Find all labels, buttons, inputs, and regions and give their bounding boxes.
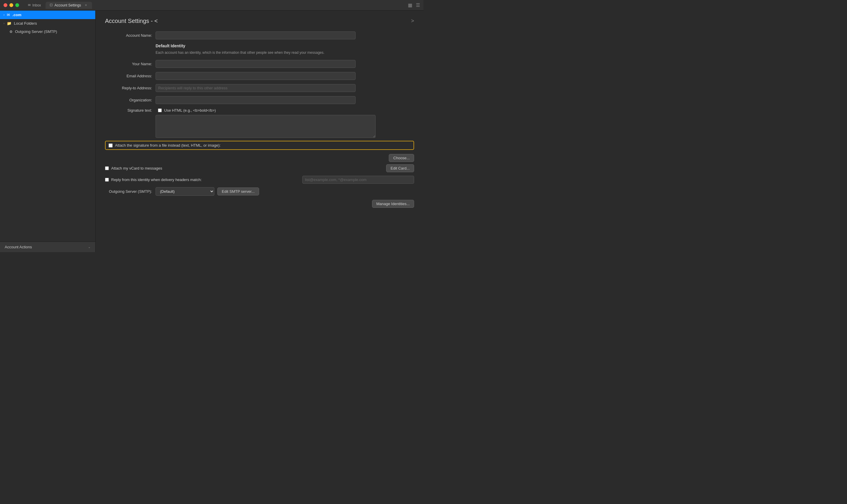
account-name-input[interactable] xyxy=(156,32,356,39)
smtp-icon: ⚙ xyxy=(10,30,13,34)
outgoing-smtp-row: Outgoing Server (SMTP): (Default) Edit S… xyxy=(105,187,414,196)
use-html-checkbox[interactable] xyxy=(158,108,162,112)
nav-right-arrow[interactable]: > xyxy=(411,18,414,24)
close-button[interactable] xyxy=(3,3,7,7)
tab-account-settings-label: Account Settings xyxy=(54,3,81,7)
reply-to-label: Reply-to Address: xyxy=(105,86,152,90)
content-header: Account Settings - < > xyxy=(105,18,414,24)
attach-vcard-label: Attach my vCard to messages xyxy=(111,166,162,170)
reply-to-row: Reply-to Address: xyxy=(105,84,414,92)
attach-signature-row: Attach the signature from a file instead… xyxy=(105,141,414,150)
reply-identity-label: Reply from this identity when delivery h… xyxy=(111,178,202,182)
signature-text-row: Signature text: Use HTML (e.g., <b>bold<… xyxy=(105,108,414,112)
sidebar-item-local-folders[interactable]: › 📁 Local Folders xyxy=(0,19,95,28)
attach-signature-label: Attach the signature from a file instead… xyxy=(115,143,221,147)
account-actions-label: Account Actions xyxy=(5,245,32,249)
sidebar: › ✉ .com › 📁 Local Folders ⚙ Outgoing Se… xyxy=(0,11,96,252)
reply-to-input[interactable] xyxy=(156,84,356,92)
choose-button-row: Choose... xyxy=(105,154,414,162)
menu-icon[interactable]: ☰ xyxy=(416,2,420,8)
calendar-icon[interactable]: ▦ xyxy=(408,2,412,8)
tab-inbox[interactable]: ✉ Inbox xyxy=(24,2,45,9)
titlebar-icons: ▦ ☰ xyxy=(408,2,420,8)
chevron-icon-folders: › xyxy=(3,22,4,25)
use-html-label: Use HTML (e.g., <b>bold</b>) xyxy=(164,108,216,112)
footer-chevron-icon: ⌄ xyxy=(88,245,91,249)
default-identity-section: Default Identity Each account has an ide… xyxy=(156,43,414,55)
tab-inbox-label: Inbox xyxy=(32,3,41,7)
default-identity-desc: Each account has an identity, which is t… xyxy=(156,50,414,55)
organization-row: Organization: xyxy=(105,96,414,104)
inbox-icon: ✉ xyxy=(28,3,31,7)
edit-smtp-button[interactable]: Edit SMTP server... xyxy=(217,187,259,195)
email-address-input[interactable] xyxy=(156,72,356,80)
titlebar: ✉ Inbox ☐ Account Settings ✕ ▦ ☰ xyxy=(0,0,424,11)
manage-identities-button[interactable]: Manage Identities... xyxy=(372,200,414,208)
default-identity-title: Default Identity xyxy=(156,43,414,48)
sidebar-item-outgoing-smtp[interactable]: ⚙ Outgoing Server (SMTP) xyxy=(0,28,95,36)
attach-vcard-checkbox[interactable] xyxy=(105,166,109,170)
email-icon: ✉ xyxy=(7,13,10,17)
email-address-row: Email Address: xyxy=(105,72,414,80)
email-address-label: Email Address: xyxy=(105,74,152,78)
chevron-icon: › xyxy=(3,13,4,16)
page-title: Account Settings - < xyxy=(105,18,158,24)
signature-textarea[interactable] xyxy=(156,115,376,138)
folder-icon: 📁 xyxy=(7,21,12,25)
your-name-input[interactable] xyxy=(156,60,356,68)
your-name-label: Your Name: xyxy=(105,62,152,66)
sidebar-content: › ✉ .com › 📁 Local Folders ⚙ Outgoing Se… xyxy=(0,11,95,241)
reply-identity-row: Reply from this identity when delivery h… xyxy=(105,176,414,184)
choose-button[interactable]: Choose... xyxy=(389,154,414,162)
tab-account-settings[interactable]: ☐ Account Settings ✕ xyxy=(46,2,92,9)
minimize-button[interactable] xyxy=(10,3,13,7)
attach-vcard-left: Attach my vCard to messages xyxy=(105,166,162,170)
delivery-input[interactable] xyxy=(302,176,414,184)
sidebar-footer[interactable]: Account Actions ⌄ xyxy=(0,241,95,252)
maximize-button[interactable] xyxy=(15,3,19,7)
account-name-row: Account Name: xyxy=(105,32,414,39)
traffic-lights xyxy=(3,3,19,7)
content-area: Account Settings - < > Account Name: Def… xyxy=(96,11,424,252)
edit-card-button[interactable]: Edit Card... xyxy=(386,164,414,172)
tab-close-button[interactable]: ✕ xyxy=(84,3,88,7)
organization-input[interactable] xyxy=(156,96,356,104)
reply-identity-left: Reply from this identity when delivery h… xyxy=(105,178,202,182)
main-layout: › ✉ .com › 📁 Local Folders ⚙ Outgoing Se… xyxy=(0,11,424,252)
organization-label: Organization: xyxy=(105,98,152,102)
manage-identities-row: Manage Identities... xyxy=(105,200,414,208)
your-name-row: Your Name: xyxy=(105,60,414,68)
sidebar-local-folders-label: Local Folders xyxy=(14,21,37,25)
sidebar-smtp-label: Outgoing Server (SMTP) xyxy=(15,30,57,34)
signature-text-label: Signature text: xyxy=(105,108,152,112)
outgoing-smtp-label: Outgoing Server (SMTP): xyxy=(105,189,152,194)
reply-identity-checkbox[interactable] xyxy=(105,178,109,182)
smtp-select[interactable]: (Default) xyxy=(156,187,214,196)
attach-vcard-row: Attach my vCard to messages Edit Card... xyxy=(105,164,414,172)
sidebar-email-label: .com xyxy=(12,13,21,17)
tab-bar: ✉ Inbox ☐ Account Settings ✕ xyxy=(24,2,408,9)
account-name-label: Account Name: xyxy=(105,33,152,38)
sidebar-item-email[interactable]: › ✉ .com xyxy=(0,11,95,19)
attach-signature-checkbox[interactable] xyxy=(108,143,113,147)
settings-tab-icon: ☐ xyxy=(50,3,53,7)
